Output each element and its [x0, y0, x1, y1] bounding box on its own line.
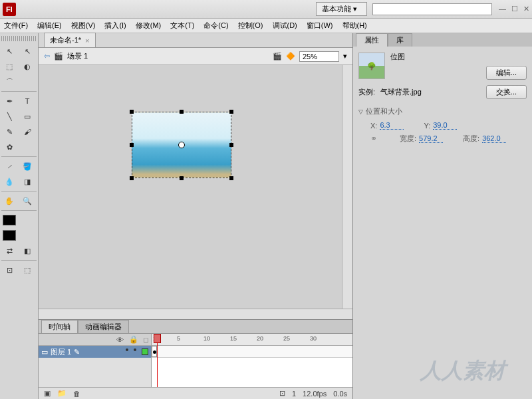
- new-folder-icon[interactable]: 📁: [57, 389, 66, 398]
- back-arrow-icon[interactable]: ⇦: [44, 52, 50, 61]
- default-colors-icon[interactable]: ◧: [19, 243, 35, 258]
- swap-button[interactable]: 交换...: [486, 85, 527, 99]
- pencil-icon: ✎: [74, 348, 80, 356]
- option-icon[interactable]: ⬚: [19, 263, 35, 277]
- minimize-icon[interactable]: —: [499, 5, 506, 13]
- bone-tool-icon[interactable]: ⟋: [1, 159, 17, 174]
- resize-handle[interactable]: [130, 176, 134, 180]
- vertical-scrollbar[interactable]: [342, 65, 352, 309]
- pen-tool-icon[interactable]: ✒: [1, 94, 17, 108]
- delete-layer-icon[interactable]: 🗑: [73, 390, 80, 398]
- ruler-tick: 30: [310, 335, 317, 342]
- resize-handle[interactable]: [229, 176, 233, 180]
- link-wh-icon[interactable]: ⚭: [370, 134, 377, 144]
- timeline-panel: 时间轴 动画编辑器 👁 🔒 □ ▭ 图层 1 ✎: [39, 319, 352, 399]
- menu-control[interactable]: 控制(O): [238, 21, 263, 31]
- eraser-tool-icon[interactable]: ◨: [19, 174, 35, 189]
- search-input[interactable]: [372, 3, 492, 15]
- fps-value: 12.0fps: [303, 390, 327, 398]
- menu-window[interactable]: 窗口(W): [307, 21, 333, 31]
- resize-handle[interactable]: [229, 110, 233, 114]
- zoom-dropdown-icon[interactable]: ▾: [343, 52, 347, 61]
- frame-ruler[interactable]: 1 5 10 15 20 25 30: [152, 334, 352, 346]
- maximize-icon[interactable]: ☐: [511, 5, 518, 13]
- selection-tool-icon[interactable]: ↖: [1, 44, 17, 59]
- zoom-input[interactable]: [299, 51, 339, 62]
- timeline-status: ▣ 📁 🗑 ⊡ 1 12.0fps 0.0s: [39, 387, 352, 399]
- resize-handle[interactable]: [180, 176, 184, 180]
- brush-tool-icon[interactable]: 🖌: [19, 124, 35, 139]
- resize-handle[interactable]: [130, 143, 134, 147]
- document-tabs: 未命名-1* ×: [39, 33, 352, 48]
- menu-file[interactable]: 文件(F): [4, 21, 28, 31]
- swap-colors-icon[interactable]: ⇄: [1, 243, 17, 258]
- fill-color-swatch[interactable]: [1, 228, 17, 243]
- width-label: 宽度:: [400, 134, 416, 144]
- pencil-tool-icon[interactable]: ✎: [1, 124, 17, 139]
- playhead[interactable]: [157, 334, 158, 387]
- keyframe[interactable]: [152, 346, 157, 357]
- y-value[interactable]: 39.0: [433, 121, 457, 130]
- panel-handle[interactable]: [1, 36, 37, 41]
- resize-handle[interactable]: [229, 143, 233, 147]
- layer-row[interactable]: ▭ 图层 1 ✎: [39, 346, 151, 358]
- hand-tool-icon[interactable]: ✋: [1, 194, 17, 208]
- stroke-color-swatch[interactable]: [1, 213, 17, 227]
- frame-track[interactable]: [152, 346, 352, 358]
- collapse-icon: ▽: [358, 108, 363, 115]
- outline-icon[interactable]: □: [144, 336, 148, 344]
- deco-tool-icon[interactable]: ✿: [1, 140, 17, 154]
- 3d-rotation-tool-icon[interactable]: ◐: [19, 59, 35, 74]
- layers-pane: 👁 🔒 □ ▭ 图层 1 ✎: [39, 334, 152, 387]
- new-layer-icon[interactable]: ▣: [44, 389, 51, 398]
- menu-edit[interactable]: 编辑(E): [37, 21, 62, 31]
- menu-debug[interactable]: 调试(D): [273, 21, 297, 31]
- bitmap-thumbnail-icon: 🌳: [358, 53, 385, 79]
- registration-point-icon[interactable]: [178, 142, 185, 148]
- section-header-position[interactable]: ▽ 位置和大小: [358, 104, 527, 118]
- eyedropper-tool-icon[interactable]: 💧: [1, 174, 17, 189]
- resize-handle[interactable]: [180, 110, 184, 114]
- lock-icon[interactable]: 🔒: [129, 335, 138, 344]
- workspace-dropdown[interactable]: 基本功能 ▾: [316, 2, 367, 16]
- empty2: [19, 140, 35, 154]
- document-tab-title: 未命名-1*: [50, 35, 81, 45]
- height-value[interactable]: 362.0: [482, 134, 506, 143]
- outline-color-swatch[interactable]: [142, 348, 148, 355]
- menu-insert[interactable]: 插入(I): [104, 21, 126, 31]
- edit-symbols-icon[interactable]: 🔶: [286, 52, 295, 61]
- close-icon[interactable]: ✕: [523, 5, 529, 13]
- close-tab-icon[interactable]: ×: [85, 37, 89, 45]
- paint-bucket-tool-icon[interactable]: 🪣: [19, 159, 35, 174]
- menu-help[interactable]: 帮助(H): [342, 21, 367, 31]
- horizontal-scrollbar[interactable]: [39, 309, 352, 319]
- text-tool-icon[interactable]: T: [19, 94, 35, 108]
- width-value[interactable]: 579.2: [419, 134, 443, 143]
- selected-bitmap[interactable]: [132, 112, 231, 178]
- x-value[interactable]: 6.3: [380, 121, 404, 130]
- resize-handle[interactable]: [130, 110, 134, 114]
- subselection-tool-icon[interactable]: ↖: [19, 44, 35, 59]
- menu-commands[interactable]: 命令(C): [203, 21, 228, 31]
- menu-view[interactable]: 视图(V): [71, 21, 96, 31]
- tab-timeline[interactable]: 时间轴: [41, 320, 78, 333]
- line-tool-icon[interactable]: ╲: [1, 109, 17, 124]
- tab-motion-editor[interactable]: 动画编辑器: [78, 320, 129, 333]
- free-transform-tool-icon[interactable]: ⬚: [1, 59, 17, 74]
- stage[interactable]: [39, 65, 352, 309]
- lasso-tool-icon[interactable]: ⌒: [1, 74, 17, 89]
- frames-pane[interactable]: 1 5 10 15 20 25 30: [152, 334, 352, 387]
- rectangle-tool-icon[interactable]: ▭: [19, 109, 35, 124]
- zoom-tool-icon[interactable]: 🔍: [19, 194, 35, 208]
- tab-library[interactable]: 库: [388, 33, 412, 47]
- menu-text[interactable]: 文本(T): [170, 21, 194, 31]
- snap-icon[interactable]: ⊡: [1, 263, 17, 277]
- menu-modify[interactable]: 修改(M): [136, 21, 162, 31]
- empty4: [19, 228, 35, 243]
- onion-skin-icon[interactable]: ⊡: [279, 389, 285, 398]
- tab-properties[interactable]: 属性: [356, 33, 388, 47]
- visibility-icon[interactable]: 👁: [116, 336, 124, 344]
- document-tab[interactable]: 未命名-1* ×: [44, 33, 96, 47]
- edit-scene-icon[interactable]: 🎬: [273, 52, 282, 61]
- edit-button[interactable]: 编辑...: [486, 66, 527, 80]
